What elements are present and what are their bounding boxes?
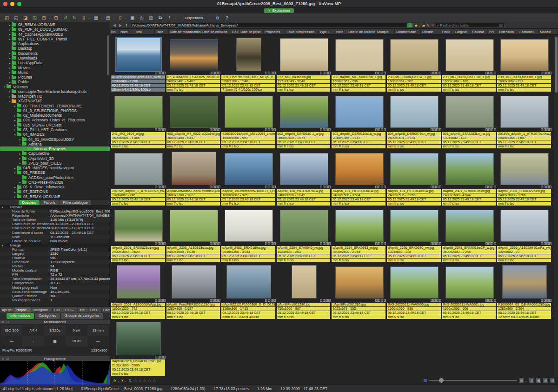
- tree-arrow-icon[interactable]: ▸: [18, 180, 22, 184]
- sidebar-item-02-modeledocuments[interactable]: ▸02_ModeleDocuments: [0, 113, 110, 118]
- sidebar-item-applications[interactable]: Applications: [0, 41, 110, 46]
- thumbnail-item[interactable]: dAprilli_2483_SRX0180w.jpg2048x1365 - 3'…: [221, 206, 277, 262]
- tree-arrow-icon[interactable]: ▾: [13, 171, 17, 174]
- sidebar-item-pictures[interactable]: ▸Pictures: [0, 75, 110, 80]
- thumbnail-item[interactable]: 504_dAprilli_DSR0079Ln_w.jpg2400x1601 - …: [387, 92, 442, 148]
- photo-thumbnail[interactable]: [335, 266, 384, 299]
- tree-arrow-icon[interactable]: ▾: [3, 85, 7, 88]
- thumbnail-item[interactable]: 239_MG_0009Q0o1T 1w_1.jpg1600x1067 - 182…: [442, 35, 498, 92]
- browse-icon[interactable]: ◰: [3, 14, 11, 21]
- folder-up-icon[interactable]: ⇧: [80, 14, 88, 21]
- panel-tab-exift[interactable]: ExifT...: [88, 307, 101, 312]
- up-folder-icon[interactable]: ⬆: [124, 23, 129, 27]
- tree-arrow-icon[interactable]: ▸: [13, 166, 17, 170]
- thumbnail-item[interactable]: 508_dAprilli_STA3253Ln_rw.jpg1024x682 - …: [442, 92, 498, 148]
- sidebar-item-01-0-selections-photos[interactable]: 01_0_SELECTIONS_PHOTOS: [0, 108, 110, 113]
- tree-arrow-icon[interactable]: ▸: [13, 128, 17, 131]
- path-field[interactable]: /Volumes/XFATNAVT4T/04_IMAGES/Adriana/Ad…: [130, 23, 413, 28]
- thumbnail-item[interactable]: 237_MG_0436o1w.jpg1971x1349 - 3'04605.12…: [277, 35, 332, 92]
- thumbnail-item[interactable]: dAprilli_2543_SRX0019aCP_w.jpg3600x2400 …: [442, 206, 498, 262]
- path-dropdown-icon[interactable]: ⌄: [407, 23, 412, 28]
- photo-thumbnail[interactable]: [225, 210, 273, 242]
- filter-caret-icon[interactable]: ⌄: [124, 379, 126, 382]
- photo-thumbnail[interactable]: [335, 210, 384, 242]
- rotate-left-icon[interactable]: ↺: [61, 14, 69, 21]
- panel-tab-propri[interactable]: Proprié...: [14, 307, 31, 312]
- view-mode-details-icon[interactable]: ▥: [529, 378, 534, 383]
- panel-tab-iptc[interactable]: IPTC-...: [63, 307, 78, 312]
- sidebar-item-04-images[interactable]: ▾04_IMAGES: [0, 132, 110, 137]
- thumbnail-size-slider[interactable]: [429, 380, 517, 381]
- capture-icon[interactable]: ◳: [31, 14, 39, 21]
- camera-icon[interactable]: ▣: [128, 14, 136, 21]
- tab-explorateur[interactable]: ✕Explorateur: [264, 8, 294, 13]
- photo-thumbnail[interactable]: [116, 38, 161, 71]
- thumbnail-item[interactable]: 2019Va_dAprilli_1_A7R1319Ln_rw.jpg1024x6…: [111, 149, 166, 206]
- view-mode-fullview-icon[interactable]: ▨: [550, 378, 555, 383]
- photo-thumbnail[interactable]: [502, 265, 547, 299]
- layout-icon-caret[interactable]: ⌄: [113, 16, 115, 20]
- tag-caret-icon[interactable]: ⌄: [117, 379, 120, 382]
- thumbnail-item[interactable]: dAprilli_126_PICT3057o1w.jpg2400x1596 - …: [277, 149, 332, 206]
- thumbnail-item[interactable]: dAprilli_131_PICT0063o1w.jpg2400x1596 - …: [332, 149, 387, 206]
- sidebar-item-on1-press-kit-2026[interactable]: ▸ON1-Press-Kit-2026: [0, 180, 110, 185]
- thumbnail-item[interactable]: dAprilli_2526_SRX0030_rw.jpg1024x682 - 2…: [387, 206, 442, 262]
- thumbnail-item[interactable]: dAprilli_FondPERSO011280.jpg1280x960 - 1…: [166, 262, 222, 319]
- photo-thumbnail[interactable]: [500, 39, 549, 71]
- photo-thumbnail[interactable]: [500, 153, 549, 185]
- search-options-button[interactable]: ...: [499, 24, 503, 27]
- photo-thumbnail[interactable]: [445, 266, 494, 299]
- thumbnail-item[interactable]: dAprilli22121P1000360_D_D_D1280.jpg1280x…: [221, 262, 277, 319]
- thumbnail-item[interactable]: 2019Va_dAprilli_1_ATR1070LnXw.jpg2048x13…: [497, 92, 552, 148]
- panel-tab-xmp[interactable]: XMP: [78, 307, 88, 312]
- thumbnail-item[interactable]: 239_MG_0009Q0o1Tw_1.jpg1600x1067 - 23105…: [497, 35, 552, 92]
- sidebar-item-downloads[interactable]: ▸Downloads: [0, 56, 110, 60]
- tree-arrow-icon[interactable]: ▸: [13, 186, 17, 189]
- quick-search-input[interactable]: ⌕ Recherche rapide ...: [436, 23, 505, 28]
- help-icon[interactable]: ?: [223, 14, 231, 21]
- thumbnail-item[interactable]: 229_FinePixS200_0067_MTQ9_c_Q71280...960…: [221, 35, 277, 92]
- photo-thumbnail[interactable]: [172, 265, 216, 299]
- column-header-date-de-cr-ation[interactable]: Date de création: [201, 29, 231, 34]
- tree-arrow-icon[interactable]: ▸: [18, 138, 22, 141]
- photo-thumbnail[interactable]: [170, 96, 218, 128]
- thumbnail-item[interactable]: 241_MG_0104_w.jpg3600x2401 - 1'46605.12.…: [111, 92, 166, 148]
- sort-icon[interactable]: ⇅: [129, 379, 132, 383]
- sidebar-item-08-remyetjosiane[interactable]: ▸08_REMYetJOSIANE: [0, 194, 110, 199]
- photo-thumbnail[interactable]: [170, 210, 218, 242]
- thumbnail-item[interactable]: 07_494dAprilli_DSR0025_ca2019TQ8aG2...36…: [166, 35, 222, 92]
- sidebar-item-com-apple-timemachine-localsnapshots[interactable]: ▸com.apple.TimeMachine.localsnapshots: [0, 89, 110, 94]
- thumbnail-item[interactable]: dAprilli_2301_SRX0019o1w.jpg2400x1600 - …: [442, 149, 498, 206]
- subtab-cat-gories[interactable]: Catégories: [35, 313, 60, 319]
- thumbnail-item[interactable]: dAprilli_2566_A1S0299 01aiRs_rw.jpg1024x…: [497, 206, 552, 262]
- viewer-icon[interactable]: ◱: [12, 14, 20, 21]
- favorite-star-icon[interactable]: ★: [414, 23, 418, 28]
- sidebar-item-public[interactable]: ▸Public: [0, 80, 110, 84]
- photo-thumbnail[interactable]: [225, 153, 273, 185]
- new-folder-icon-caret[interactable]: ⌄: [48, 16, 51, 20]
- sidebar-item-captureone[interactable]: ▸CaptureOne: [0, 151, 110, 156]
- sidebar-item-99t-pill-compta-transit[interactable]: ▸99T_PILL_COMPTA_Transit: [0, 37, 110, 41]
- thumbnail-item[interactable]: P1000024_03_Q8f-R46001280.jpg1280x960 - …: [497, 262, 552, 319]
- sidebar-tab-dossiers[interactable]: Dossiers: [19, 200, 39, 205]
- tree-arrow-icon[interactable]: ▸: [18, 157, 22, 160]
- tree-arrow-icon[interactable]: ▸: [8, 76, 12, 79]
- sidebar-item-04-01-imagespourjosy[interactable]: ▸04_01_IMAGESpourJOSY: [0, 137, 110, 141]
- new-folder-icon[interactable]: ⊞: [40, 14, 48, 21]
- thumbnail-item[interactable]: IMG-20230211-WA0000.jpg1600x1066 - 93605…: [387, 262, 442, 319]
- tree-arrow-icon[interactable]: ▾: [13, 133, 17, 136]
- thumbnail-item[interactable]: 502_dAprilli_DSR0110-1_w.jpg3600x2400 - …: [277, 92, 332, 148]
- photo-thumbnail[interactable]: [390, 266, 438, 299]
- column-header-taille[interactable]: Taille: [155, 29, 169, 34]
- compare-icon[interactable]: ▥: [147, 14, 155, 21]
- photo-thumbnail[interactable]: [280, 210, 328, 242]
- photo-thumbnail[interactable]: [445, 153, 494, 185]
- print-icon[interactable]: ⧉: [156, 14, 164, 21]
- close-tab-icon[interactable]: ✕: [268, 9, 271, 12]
- column-header-propri-t-s[interactable]: Propriétés: [264, 29, 286, 34]
- photo-thumbnail[interactable]: [445, 210, 494, 242]
- subtab-groupe-de-cat-gories[interactable]: Groupe de catégories: [61, 313, 103, 319]
- info-section-fichier[interactable]: ▾Fichier: [0, 205, 110, 209]
- thumbnail-item[interactable]: AppuiSurMoine-CeaisLettonie2Q2o1wf.jpg36…: [166, 149, 222, 206]
- sidebar-item-44-cachesapplisimages[interactable]: ▸44_CachesApplisIMAGES: [0, 32, 110, 37]
